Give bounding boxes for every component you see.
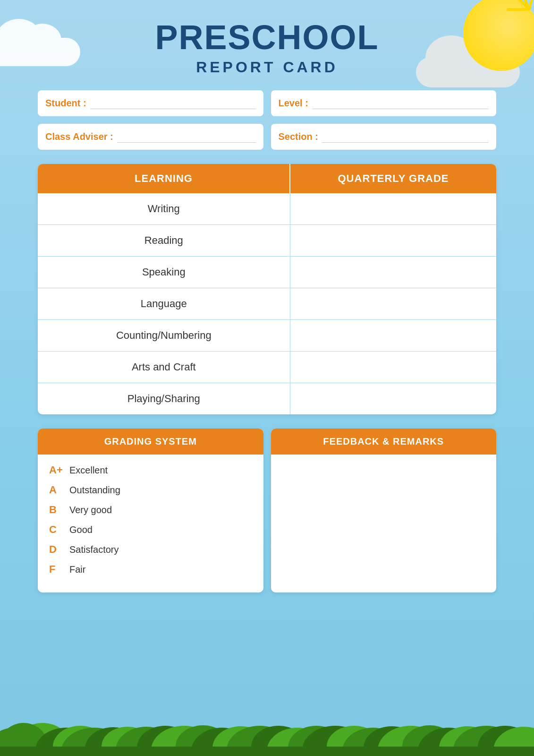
bottom-section: GRADING SYSTEM A+ Excellent A Outstandin…: [38, 429, 496, 593]
grade-item: A Outstanding: [49, 484, 252, 496]
grade-letter: B: [49, 504, 66, 516]
table-row: Speaking: [38, 257, 496, 288]
main-content: PRESCHOOL REPORT CARD Student : Level : …: [0, 0, 534, 611]
quarterly-grade-header: QUARTERLY GRADE: [290, 164, 496, 193]
grade-item: F Fair: [49, 563, 252, 576]
level-label: Level :: [279, 98, 308, 109]
info-section: Student : Level : Class Adviser : Sectio…: [38, 90, 496, 150]
grade-letter: A: [49, 484, 66, 496]
grade-table: LEARNING QUARTERLY GRADE Writing Reading…: [38, 164, 496, 414]
level-field: Level :: [271, 90, 497, 116]
student-value[interactable]: [90, 98, 256, 109]
grade-letter: A+: [49, 464, 66, 476]
class-adviser-label: Class Adviser :: [45, 131, 113, 142]
grade-description: Fair: [69, 564, 85, 575]
subject-cell: Playing/Sharing: [38, 383, 290, 415]
grade-cell[interactable]: [290, 383, 496, 415]
student-label: Student :: [45, 98, 86, 109]
grading-system-header: GRADING SYSTEM: [38, 429, 263, 455]
learning-header: LEARNING: [38, 164, 290, 193]
table-row: Language: [38, 288, 496, 320]
subject-cell: Counting/Numbering: [38, 320, 290, 352]
grade-cell[interactable]: [290, 288, 496, 320]
svg-rect-34: [0, 747, 534, 756]
grade-description: Satisfactory: [69, 544, 119, 555]
grade-item: A+ Excellent: [49, 464, 252, 476]
feedback-card: FEEDBACK & REMARKS: [271, 429, 497, 593]
section-field: Section :: [271, 124, 497, 150]
subject-cell: Writing: [38, 193, 290, 225]
grade-cell[interactable]: [290, 257, 496, 288]
grade-letter: F: [49, 563, 66, 576]
class-adviser-value[interactable]: [117, 131, 256, 143]
feedback-header: FEEDBACK & REMARKS: [271, 429, 497, 455]
table-row: Writing: [38, 193, 496, 225]
subject-cell: Speaking: [38, 257, 290, 288]
table-row: Reading: [38, 225, 496, 257]
table-row: Arts and Craft: [38, 352, 496, 383]
bushes-decoration: [0, 699, 534, 756]
main-title: PRESCHOOL: [38, 19, 496, 56]
grade-description: Excellent: [69, 465, 108, 476]
level-value[interactable]: [312, 98, 489, 109]
title-section: PRESCHOOL REPORT CARD: [38, 19, 496, 76]
section-label: Section :: [279, 131, 318, 142]
subject-cell: Arts and Craft: [38, 352, 290, 383]
grading-system-card: GRADING SYSTEM A+ Excellent A Outstandin…: [38, 429, 263, 593]
grade-letter: D: [49, 543, 66, 556]
grade-cell[interactable]: [290, 320, 496, 352]
table-row: Counting/Numbering: [38, 320, 496, 352]
grade-item: D Satisfactory: [49, 543, 252, 556]
subject-cell: Reading: [38, 225, 290, 257]
class-adviser-field: Class Adviser :: [38, 124, 263, 150]
feedback-body[interactable]: [271, 455, 497, 568]
grade-cell[interactable]: [290, 193, 496, 225]
grade-item: B Very good: [49, 504, 252, 516]
grade-description: Outstanding: [69, 485, 120, 496]
sub-title: REPORT CARD: [38, 59, 496, 76]
grade-item: C Good: [49, 524, 252, 536]
subject-cell: Language: [38, 288, 290, 320]
grade-cell[interactable]: [290, 352, 496, 383]
grade-description: Very good: [69, 505, 112, 515]
section-value[interactable]: [322, 131, 489, 143]
grading-system-body: A+ Excellent A Outstanding B Very good C…: [38, 455, 263, 593]
table-row: Playing/Sharing: [38, 383, 496, 415]
grade-description: Good: [69, 524, 93, 535]
grade-letter: C: [49, 524, 66, 536]
student-field: Student :: [38, 90, 263, 116]
grade-cell[interactable]: [290, 225, 496, 257]
